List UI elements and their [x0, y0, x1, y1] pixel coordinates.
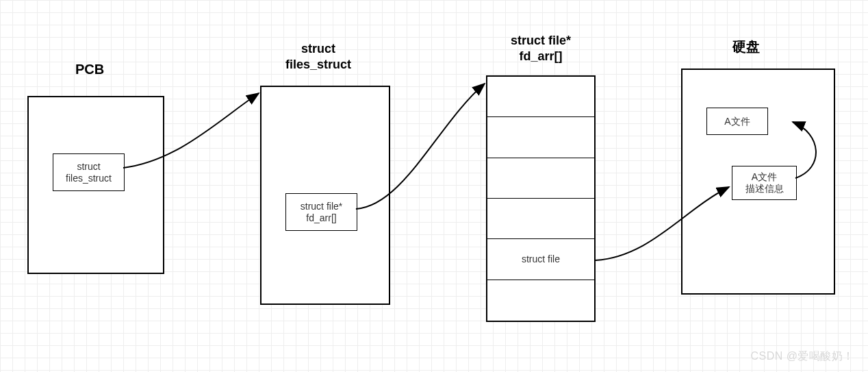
watermark: CSDN @爱喝酸奶！: [750, 349, 854, 364]
fd-array-box: struct file: [486, 75, 596, 322]
disk-a-info-box: A文件 描述信息: [732, 166, 797, 200]
disk-box: A文件 A文件 描述信息: [681, 69, 835, 295]
fd-array-cell-5: [487, 280, 594, 321]
fd-array-cell-4: struct file: [487, 239, 594, 280]
files-struct-inner-box: struct file* fd_arr[]: [285, 193, 357, 231]
fd-array-cell-1: [487, 117, 594, 158]
title-disk: 硬盘: [732, 38, 760, 55]
files-struct-box: struct file* fd_arr[]: [260, 86, 390, 305]
fd-array-cell-0: [487, 77, 594, 117]
title-fd-arr-l1: struct file*: [511, 34, 571, 47]
fd-array-cell-3: [487, 199, 594, 239]
fd-array-cell-2: [487, 158, 594, 199]
title-files-struct: struct files_struct: [277, 41, 359, 73]
disk-a-file-box: A文件: [706, 108, 768, 135]
pcb-inner-l1: struct: [77, 161, 100, 173]
disk-a-info-l2: 描述信息: [745, 183, 784, 195]
fs-inner-l2: fd_arr[]: [306, 212, 336, 224]
pcb-box: struct files_struct: [27, 96, 164, 274]
title-fd-arr-l2: fd_arr[]: [519, 49, 562, 63]
title-files-struct-l2: files_struct: [285, 58, 351, 71]
disk-a-info-l1: A文件: [752, 171, 777, 183]
title-fd-arr: struct file* fd_arr[]: [493, 33, 589, 65]
fs-inner-l1: struct file*: [301, 201, 342, 212]
title-files-struct-l1: struct: [301, 42, 335, 55]
title-pcb: PCB: [75, 60, 104, 78]
pcb-inner-l2: files_struct: [66, 173, 112, 184]
disk-a-file-label: A文件: [724, 116, 750, 127]
pcb-inner-box: struct files_struct: [53, 153, 125, 191]
